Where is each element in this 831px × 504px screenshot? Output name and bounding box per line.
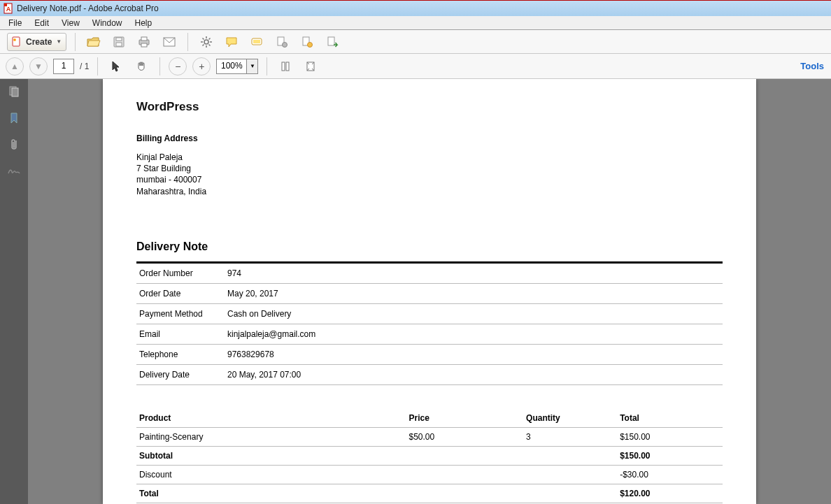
- svg-rect-9: [141, 37, 147, 41]
- svg-point-4: [14, 39, 15, 41]
- pdf-page: WordPress Billing Address Kinjal Paleja …: [103, 79, 756, 504]
- highlight-icon[interactable]: [247, 33, 267, 51]
- share-icon[interactable]: [322, 33, 342, 51]
- svg-point-24: [283, 42, 287, 47]
- addr-line3: Maharashtra, India: [136, 186, 723, 197]
- svg-rect-29: [286, 62, 289, 71]
- page-number-input[interactable]: 1: [53, 59, 74, 74]
- svg-point-26: [308, 42, 313, 47]
- window-title: Delivery Note.pdf - Adobe Acrobat Pro: [17, 3, 159, 13]
- value-payment: Cash on Delivery: [225, 303, 723, 324]
- total-label: Total: [136, 484, 406, 503]
- comment-icon[interactable]: [222, 33, 241, 51]
- page-down-icon[interactable]: ▼: [29, 57, 48, 75]
- zoom-in-icon[interactable]: +: [192, 57, 211, 75]
- window-titlebar: A Delivery Note.pdf - Adobe Acrobat Pro: [0, 0, 831, 16]
- svg-rect-28: [282, 62, 285, 71]
- print-icon[interactable]: [134, 33, 154, 51]
- save-icon[interactable]: [109, 33, 129, 51]
- acrobat-icon: A: [3, 3, 14, 14]
- document-area[interactable]: WordPress Billing Address Kinjal Paleja …: [28, 79, 831, 504]
- separator: [159, 57, 160, 75]
- menu-edit[interactable]: Edit: [29, 17, 55, 29]
- col-product: Product: [136, 409, 406, 428]
- table-row: Painting-Scenary $50.00 3 $150.00: [136, 427, 723, 446]
- select-tool-icon[interactable]: [106, 57, 126, 75]
- total-value: $120.00: [617, 484, 723, 503]
- fit-width-icon[interactable]: [276, 57, 295, 75]
- value-order-number: 974: [225, 262, 723, 283]
- label-order-number: Order Number: [136, 262, 225, 283]
- menu-file[interactable]: File: [3, 17, 27, 29]
- attachments-icon[interactable]: [7, 138, 21, 152]
- menu-help[interactable]: Help: [129, 17, 158, 29]
- menu-window[interactable]: Window: [87, 17, 128, 29]
- zoom-dropdown-icon[interactable]: ▼: [247, 59, 258, 74]
- label-phone: Telephone: [136, 344, 225, 364]
- main-toolbar: Create ▼: [0, 30, 831, 54]
- discount-label: Discount: [136, 465, 406, 484]
- svg-rect-7: [116, 43, 122, 46]
- label-delivery-date: Delivery Date: [136, 364, 225, 384]
- create-button[interactable]: Create ▼: [7, 33, 66, 51]
- order-info-table: Order Number974 Order DateMay 20, 2017 P…: [136, 261, 723, 385]
- value-phone: 9763829678: [225, 344, 723, 364]
- svg-line-19: [203, 44, 204, 45]
- left-sidebar: [0, 79, 28, 504]
- subtotal-label: Subtotal: [136, 446, 406, 465]
- thumbnails-icon[interactable]: [7, 85, 21, 99]
- billing-address: Kinjal Paleja 7 Star Building mumbai - 4…: [136, 152, 723, 197]
- svg-rect-32: [12, 88, 18, 96]
- svg-line-18: [209, 44, 211, 45]
- label-email: Email: [136, 324, 225, 344]
- menu-bar: File Edit View Window Help: [0, 16, 831, 30]
- svg-rect-2: [13, 37, 20, 46]
- svg-rect-27: [328, 37, 334, 45]
- item-total: $150.00: [617, 427, 723, 446]
- zoom-out-icon[interactable]: −: [169, 57, 187, 75]
- label-payment: Payment Method: [136, 303, 225, 324]
- item-price: $50.00: [406, 427, 523, 446]
- separator: [187, 33, 188, 51]
- item-qty: 3: [523, 427, 617, 446]
- fit-page-icon[interactable]: [301, 57, 320, 75]
- open-icon[interactable]: [84, 33, 104, 51]
- dropdown-icon: ▼: [56, 38, 62, 45]
- zoom-value[interactable]: 100%: [216, 59, 247, 74]
- svg-line-20: [209, 38, 211, 39]
- page-up-icon[interactable]: ▲: [6, 57, 24, 75]
- col-total: Total: [617, 409, 723, 428]
- discount-row: Discount -$30.00: [136, 465, 723, 484]
- menu-view[interactable]: View: [56, 17, 85, 29]
- separator: [97, 57, 98, 75]
- label-order-date: Order Date: [136, 283, 225, 303]
- addr-name: Kinjal Paleja: [136, 152, 723, 163]
- discount-value: -$30.00: [617, 465, 723, 484]
- create-label: Create: [26, 37, 52, 47]
- svg-point-12: [204, 40, 208, 44]
- item-name: Painting-Scenary: [136, 427, 406, 446]
- tools-panel-link[interactable]: Tools: [800, 61, 824, 71]
- separator: [267, 57, 267, 75]
- value-delivery-date: 20 May, 2017 07:00: [225, 364, 723, 384]
- value-order-date: May 20, 2017: [225, 283, 723, 303]
- col-price: Price: [406, 409, 523, 428]
- sign-icon[interactable]: [297, 33, 317, 51]
- workspace: WordPress Billing Address Kinjal Paleja …: [0, 79, 831, 504]
- brand-title: WordPress: [136, 100, 723, 114]
- value-email: kinjalpaleja@gmail.com: [225, 324, 723, 344]
- bookmarks-icon[interactable]: [7, 111, 21, 125]
- zoom-field[interactable]: 100% ▼: [216, 59, 258, 74]
- total-row: Total $120.00: [136, 484, 723, 503]
- hand-tool-icon[interactable]: [132, 57, 151, 75]
- email-icon[interactable]: [159, 33, 179, 51]
- nav-toolbar: ▲ ▼ 1 / 1 − + 100% ▼ Tools: [0, 54, 831, 79]
- svg-text:A: A: [6, 6, 11, 13]
- svg-rect-22: [253, 40, 260, 43]
- gear-icon[interactable]: [197, 33, 216, 51]
- signatures-icon[interactable]: [7, 164, 21, 178]
- stamp-icon[interactable]: [272, 33, 292, 51]
- delivery-note-heading: Delivery Note: [136, 240, 723, 253]
- svg-rect-6: [116, 38, 122, 41]
- product-table: Product Price Quantity Total Painting-Sc…: [136, 409, 723, 503]
